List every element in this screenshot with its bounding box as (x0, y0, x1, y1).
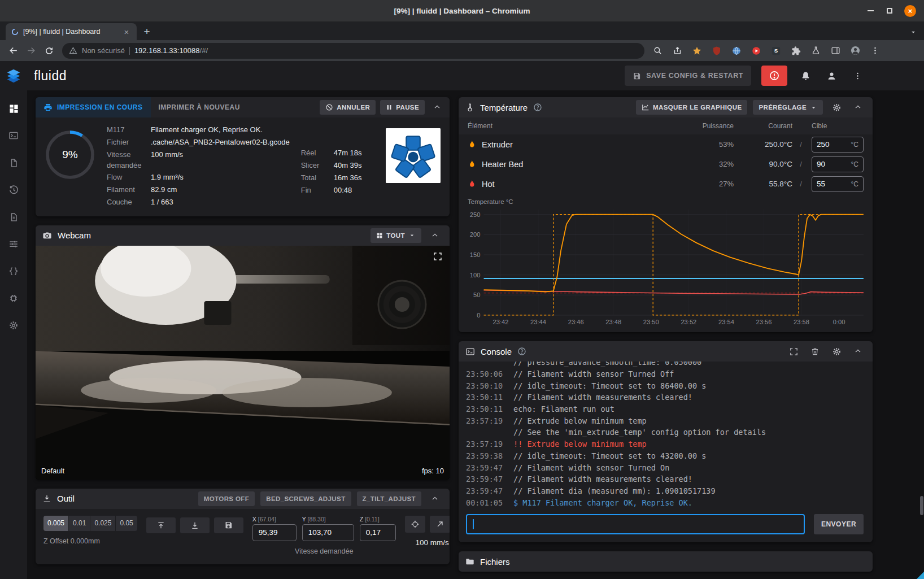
y-position-input[interactable]: 103,70 (302, 524, 354, 541)
extension-globe-icon[interactable] (728, 42, 745, 59)
z-offset-label: Z Offset 0.000mm (43, 537, 137, 545)
z-offset-down-button[interactable] (180, 517, 210, 533)
console-clear-button[interactable] (807, 343, 823, 359)
console-line: 23:59:38// idle_timeout: Timeout set to … (466, 450, 864, 462)
brand-logo[interactable] (0, 68, 27, 84)
send-button[interactable]: ENVOYER (814, 514, 864, 534)
z-offset-up-button[interactable] (146, 517, 176, 533)
notifications-button[interactable] (797, 68, 813, 84)
collapse-console-card-button[interactable] (850, 343, 866, 359)
camera-select-button[interactable]: TOUT (371, 228, 421, 243)
z-position-input[interactable]: 0,17 (360, 524, 396, 541)
emergency-stop-button[interactable] (761, 66, 787, 86)
tab-list-chevron-icon[interactable] (909, 28, 917, 36)
page-scrollbar[interactable] (919, 61, 924, 579)
tab-close-icon[interactable]: × (122, 27, 131, 37)
collapse-webcam-card-button[interactable] (427, 228, 443, 243)
security-warning-icon[interactable] (69, 46, 77, 55)
url-text: 192.168.1.33:10088/#/ (134, 46, 208, 55)
tune-icon (8, 239, 19, 249)
help-icon[interactable] (533, 103, 542, 112)
account-button[interactable] (823, 68, 839, 84)
sidebar-item-configure[interactable] (0, 203, 27, 230)
collapse-tool-card-button[interactable] (427, 491, 443, 507)
console-fullscreen-button[interactable] (786, 343, 801, 359)
reload-button[interactable] (41, 42, 58, 59)
profile-icon[interactable] (847, 42, 864, 59)
z-tilt-adjust-button[interactable]: Z_TILT_ADJUST (357, 491, 421, 506)
maximize-button[interactable] (885, 6, 894, 15)
forward-button[interactable] (23, 42, 40, 59)
chevron-up-icon (433, 103, 442, 112)
pause-print-button[interactable]: PAUSE (380, 100, 425, 115)
console-card-header: Console (459, 341, 873, 362)
close-button[interactable]: × (904, 5, 916, 17)
share-icon[interactable] (669, 42, 686, 59)
target-temp-input[interactable]: 90°C (812, 156, 864, 172)
side-panel-icon[interactable] (827, 42, 844, 59)
svg-text:23:50: 23:50 (643, 319, 659, 325)
collapse-temperature-card-button[interactable] (850, 99, 866, 115)
toolhead-move-group: 100 mm/s (405, 516, 450, 547)
scrollbar-thumb[interactable] (920, 496, 923, 515)
console-log[interactable]: // pressure_advance_smooth_time: 0.05000… (459, 362, 873, 508)
browser-tab[interactable]: [9%] | fluidd | Dashboard × (6, 23, 137, 40)
sidebar-item-tune[interactable] (0, 230, 27, 258)
app-menu-button[interactable] (849, 68, 865, 84)
text-caret (473, 519, 474, 529)
sidebar-item-jobs[interactable] (0, 149, 27, 176)
console-settings-button[interactable] (829, 343, 844, 359)
target-temp-input[interactable]: 250°C (812, 137, 864, 153)
zoom-icon[interactable] (649, 42, 666, 59)
save-config-button[interactable]: SAVE CONFIG & RESTART (625, 66, 751, 86)
temperature-row-hot: Hot27%55.8°C/55°C (459, 174, 873, 194)
webcam-stream[interactable]: Default fps: 10 (36, 246, 450, 480)
window-titlebar[interactable]: [9%] | fluidd | Dashboard – Chromium × (0, 0, 924, 21)
preset-button[interactable]: PRÉRÉGLAGE (753, 100, 823, 115)
experiments-icon[interactable] (807, 42, 824, 59)
minimize-button[interactable] (866, 6, 875, 15)
x-position-input[interactable]: 95,39 (252, 524, 297, 541)
help-icon[interactable] (517, 347, 526, 356)
sidebar-item-dashboard[interactable] (0, 95, 27, 122)
new-tab-button[interactable]: + (139, 24, 155, 40)
browser-window: [9%] | fluidd | Dashboard – Chromium × [… (0, 0, 924, 579)
collapse-print-card-button[interactable] (429, 99, 445, 115)
position-move-button[interactable] (430, 516, 450, 533)
back-button[interactable] (5, 42, 21, 59)
bookmark-star-icon[interactable] (688, 42, 705, 59)
motors-off-button[interactable]: MOTORS OFF (198, 491, 255, 506)
fullscreen-icon[interactable] (433, 251, 443, 262)
extensions-puzzle-icon[interactable] (787, 42, 804, 59)
console-input[interactable] (466, 514, 805, 534)
menu-icon[interactable] (866, 42, 883, 59)
z-step-option[interactable]: 0.01 (69, 516, 90, 531)
cancel-print-button[interactable]: ANNULER (320, 100, 376, 115)
address-bar[interactable]: Non sécurisé 192.168.1.33:10088/#/ (62, 43, 644, 59)
temperature-row-extruder: Extruder53%250.0°C/250°C (459, 134, 873, 154)
z-offset-save-button[interactable] (214, 517, 243, 533)
extension-s-icon[interactable]: S (768, 42, 784, 59)
bed-screws-adjust-button[interactable]: BED_SCREWS_ADJUST (260, 491, 351, 506)
target-temp-input[interactable]: 55°C (812, 176, 864, 192)
notifications-icon (800, 71, 811, 81)
z-position-label: Z [0.11] (360, 516, 396, 523)
z-step-option[interactable]: 0.005 (43, 516, 68, 531)
heater-current-temp: 55.8°C (734, 180, 792, 188)
extension-record-icon[interactable] (748, 42, 765, 59)
tab-reprint[interactable]: IMPRIMER À NOUVEAU (151, 97, 248, 117)
temperature-settings-button[interactable] (829, 99, 844, 115)
z-step-option[interactable]: 0.05 (116, 516, 137, 531)
hide-graph-button[interactable]: MASQUER LE GRAPHIQUE (636, 100, 748, 115)
position-absolute-button[interactable] (405, 516, 425, 533)
sidebar-item-macros[interactable] (0, 258, 27, 285)
tab-current-print[interactable]: IMPRESSION EN COURS (36, 97, 151, 117)
sidebar-item-console[interactable] (0, 122, 27, 149)
extension-ublock-icon[interactable] (708, 42, 725, 59)
svg-text:S: S (774, 47, 778, 54)
sidebar-item-history[interactable] (0, 176, 27, 203)
sidebar-item-settings[interactable] (0, 312, 27, 339)
sidebar-item-hardware[interactable] (0, 285, 27, 312)
z-step-option[interactable]: 0.025 (90, 516, 115, 531)
console-line: 23:57:19!! Extrude below minimum temp (466, 438, 864, 450)
